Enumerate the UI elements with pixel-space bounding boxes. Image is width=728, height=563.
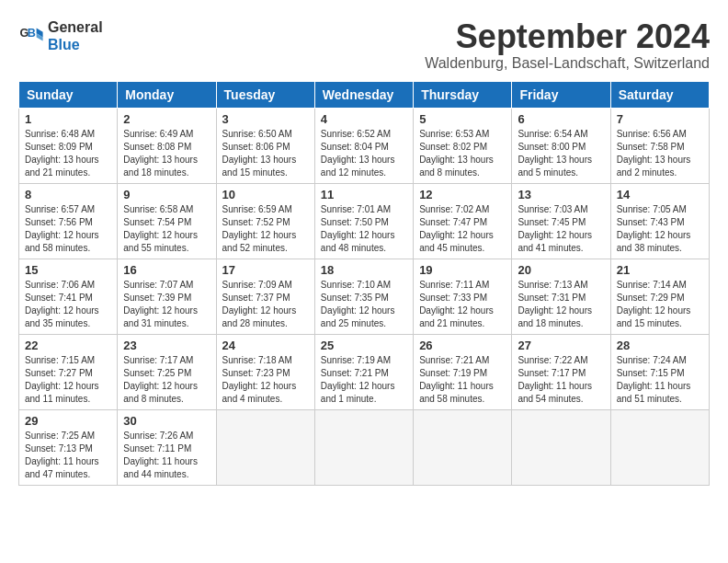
logo-general: General [48, 18, 103, 36]
day-info: Sunrise: 6:59 AM Sunset: 7:52 PM Dayligh… [222, 203, 309, 255]
day-number: 16 [123, 263, 210, 277]
calendar-cell: 7Sunrise: 6:56 AM Sunset: 7:58 PM Daylig… [610, 108, 709, 183]
calendar-header-row: SundayMondayTuesdayWednesdayThursdayFrid… [19, 81, 710, 108]
svg-text:B: B [28, 28, 36, 40]
day-number: 4 [321, 112, 407, 126]
calendar-cell [610, 409, 709, 485]
day-info: Sunrise: 6:52 AM Sunset: 8:04 PM Dayligh… [321, 128, 407, 179]
day-info: Sunrise: 6:50 AM Sunset: 8:06 PM Dayligh… [222, 128, 309, 179]
logo-icon: G B [18, 23, 44, 49]
day-number: 18 [321, 263, 407, 277]
calendar-week-row: 29Sunrise: 7:25 AM Sunset: 7:13 PM Dayli… [19, 409, 710, 485]
calendar-cell: 21Sunrise: 7:14 AM Sunset: 7:29 PM Dayli… [610, 259, 709, 334]
calendar-cell: 8Sunrise: 6:57 AM Sunset: 7:56 PM Daylig… [19, 183, 118, 259]
calendar-cell: 30Sunrise: 7:26 AM Sunset: 7:11 PM Dayli… [118, 409, 216, 485]
day-number: 14 [617, 188, 703, 201]
calendar-cell: 4Sunrise: 6:52 AM Sunset: 8:04 PM Daylig… [314, 108, 413, 183]
day-number: 12 [419, 188, 506, 201]
day-info: Sunrise: 6:58 AM Sunset: 7:54 PM Dayligh… [123, 203, 210, 255]
calendar-cell: 29Sunrise: 7:25 AM Sunset: 7:13 PM Dayli… [19, 409, 118, 485]
day-info: Sunrise: 7:03 AM Sunset: 7:45 PM Dayligh… [518, 203, 604, 255]
day-number: 13 [518, 188, 604, 201]
calendar-cell: 10Sunrise: 6:59 AM Sunset: 7:52 PM Dayli… [216, 183, 314, 259]
day-number: 9 [123, 188, 210, 201]
day-number: 5 [419, 112, 506, 126]
calendar-cell: 22Sunrise: 7:15 AM Sunset: 7:27 PM Dayli… [19, 334, 118, 409]
calendar-cell: 20Sunrise: 7:13 AM Sunset: 7:31 PM Dayli… [512, 259, 610, 334]
day-info: Sunrise: 6:57 AM Sunset: 7:56 PM Dayligh… [25, 203, 111, 255]
day-info: Sunrise: 7:11 AM Sunset: 7:33 PM Dayligh… [419, 279, 506, 330]
day-info: Sunrise: 7:13 AM Sunset: 7:31 PM Dayligh… [518, 279, 604, 330]
title-section: September 2024 Waldenburg, Basel-Landsch… [425, 18, 710, 72]
logo-blue: Blue [48, 36, 103, 53]
calendar-cell: 19Sunrise: 7:11 AM Sunset: 7:33 PM Dayli… [414, 259, 512, 334]
day-number: 11 [321, 188, 407, 201]
calendar-cell: 3Sunrise: 6:50 AM Sunset: 8:06 PM Daylig… [216, 108, 314, 183]
day-number: 24 [222, 339, 309, 352]
calendar-cell: 23Sunrise: 7:17 AM Sunset: 7:25 PM Dayli… [118, 334, 216, 409]
day-number: 1 [25, 112, 111, 126]
day-info: Sunrise: 7:26 AM Sunset: 7:11 PM Dayligh… [123, 430, 210, 481]
day-number: 8 [25, 188, 111, 201]
day-info: Sunrise: 6:48 AM Sunset: 8:09 PM Dayligh… [25, 128, 111, 179]
calendar-cell: 24Sunrise: 7:18 AM Sunset: 7:23 PM Dayli… [216, 334, 314, 409]
calendar-cell: 12Sunrise: 7:02 AM Sunset: 7:47 PM Dayli… [414, 183, 512, 259]
header-friday: Friday [512, 81, 610, 108]
calendar-cell [512, 409, 610, 485]
day-number: 10 [222, 188, 309, 201]
day-number: 26 [419, 339, 506, 352]
calendar-cell: 26Sunrise: 7:21 AM Sunset: 7:19 PM Dayli… [414, 334, 512, 409]
day-info: Sunrise: 7:25 AM Sunset: 7:13 PM Dayligh… [25, 430, 111, 481]
calendar-week-row: 15Sunrise: 7:06 AM Sunset: 7:41 PM Dayli… [19, 259, 710, 334]
header-thursday: Thursday [414, 81, 512, 108]
day-info: Sunrise: 7:15 AM Sunset: 7:27 PM Dayligh… [25, 354, 111, 406]
day-info: Sunrise: 7:10 AM Sunset: 7:35 PM Dayligh… [321, 279, 407, 330]
header-sunday: Sunday [19, 81, 118, 108]
page-header: G B General Blue September 2024 Waldenbu… [18, 18, 710, 72]
calendar-cell: 11Sunrise: 7:01 AM Sunset: 7:50 PM Dayli… [314, 183, 413, 259]
day-info: Sunrise: 7:09 AM Sunset: 7:37 PM Dayligh… [222, 279, 309, 330]
day-number: 19 [419, 263, 506, 277]
day-info: Sunrise: 7:19 AM Sunset: 7:21 PM Dayligh… [321, 354, 407, 406]
calendar-subtitle: Waldenburg, Basel-Landschaft, Switzerlan… [425, 55, 710, 72]
calendar-cell: 14Sunrise: 7:05 AM Sunset: 7:43 PM Dayli… [610, 183, 709, 259]
day-info: Sunrise: 7:17 AM Sunset: 7:25 PM Dayligh… [123, 354, 210, 406]
calendar-cell: 6Sunrise: 6:54 AM Sunset: 8:00 PM Daylig… [512, 108, 610, 183]
calendar-cell: 27Sunrise: 7:22 AM Sunset: 7:17 PM Dayli… [512, 334, 610, 409]
calendar-week-row: 1Sunrise: 6:48 AM Sunset: 8:09 PM Daylig… [19, 108, 710, 183]
calendar-week-row: 22Sunrise: 7:15 AM Sunset: 7:27 PM Dayli… [19, 334, 710, 409]
day-info: Sunrise: 7:01 AM Sunset: 7:50 PM Dayligh… [321, 203, 407, 255]
calendar-cell: 9Sunrise: 6:58 AM Sunset: 7:54 PM Daylig… [118, 183, 216, 259]
day-number: 23 [123, 339, 210, 352]
header-monday: Monday [118, 81, 216, 108]
calendar-cell: 25Sunrise: 7:19 AM Sunset: 7:21 PM Dayli… [314, 334, 413, 409]
day-info: Sunrise: 7:22 AM Sunset: 7:17 PM Dayligh… [518, 354, 604, 406]
day-number: 22 [25, 339, 111, 352]
calendar-cell: 13Sunrise: 7:03 AM Sunset: 7:45 PM Dayli… [512, 183, 610, 259]
day-number: 6 [518, 112, 604, 126]
day-info: Sunrise: 6:54 AM Sunset: 8:00 PM Dayligh… [518, 128, 604, 179]
day-info: Sunrise: 7:07 AM Sunset: 7:39 PM Dayligh… [123, 279, 210, 330]
day-number: 28 [617, 339, 703, 352]
day-number: 15 [25, 263, 111, 277]
day-number: 30 [123, 414, 210, 428]
header-tuesday: Tuesday [216, 81, 314, 108]
logo: G B General Blue [18, 18, 103, 53]
day-info: Sunrise: 7:02 AM Sunset: 7:47 PM Dayligh… [419, 203, 506, 255]
day-info: Sunrise: 7:21 AM Sunset: 7:19 PM Dayligh… [419, 354, 506, 406]
day-info: Sunrise: 6:49 AM Sunset: 8:08 PM Dayligh… [123, 128, 210, 179]
day-info: Sunrise: 7:18 AM Sunset: 7:23 PM Dayligh… [222, 354, 309, 406]
calendar-cell: 2Sunrise: 6:49 AM Sunset: 8:08 PM Daylig… [118, 108, 216, 183]
day-number: 27 [518, 339, 604, 352]
calendar-cell: 28Sunrise: 7:24 AM Sunset: 7:15 PM Dayli… [610, 334, 709, 409]
day-number: 3 [222, 112, 309, 126]
header-saturday: Saturday [610, 81, 709, 108]
calendar-cell: 17Sunrise: 7:09 AM Sunset: 7:37 PM Dayli… [216, 259, 314, 334]
day-number: 20 [518, 263, 604, 277]
day-info: Sunrise: 7:24 AM Sunset: 7:15 PM Dayligh… [617, 354, 703, 406]
calendar-cell [414, 409, 512, 485]
calendar-cell: 18Sunrise: 7:10 AM Sunset: 7:35 PM Dayli… [314, 259, 413, 334]
calendar-cell: 15Sunrise: 7:06 AM Sunset: 7:41 PM Dayli… [19, 259, 118, 334]
calendar-cell [216, 409, 314, 485]
day-number: 7 [617, 112, 703, 126]
